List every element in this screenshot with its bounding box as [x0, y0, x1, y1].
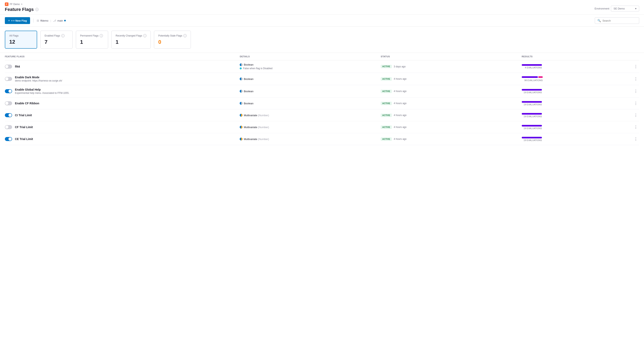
env-selector: Environment SE Demo ▾	[594, 6, 639, 12]
more-menu-ff44[interactable]: ⋮	[632, 64, 639, 70]
status-badge-dark-mode: ACTIVE	[381, 77, 392, 81]
detail-type-label-cf-ribbon: Boolean	[244, 102, 254, 105]
detail-type-label-dark-mode: Boolean	[244, 78, 254, 80]
eval-bar-container-ff44: 4 EVALUATIONS	[522, 64, 542, 69]
branch-name[interactable]: main	[57, 19, 63, 22]
recently-changed-info-icon[interactable]: i	[143, 34, 146, 37]
stat-card-recently-changed[interactable]: Recently Changed Flags i 1	[111, 31, 151, 49]
flag-desc-global-help: Experimental help menu. Associated to FF…	[15, 92, 69, 94]
detail-type-cf-ribbon: Boolean	[240, 102, 381, 105]
status-col-ff44: ACTIVE 3 days ago	[381, 65, 522, 68]
env-value: SE Demo	[614, 7, 625, 10]
flag-name-col-ff44: ff44	[5, 64, 240, 68]
details-col-ci-trial: Multivariate (Number)	[240, 114, 381, 117]
stat-card-all-flags[interactable]: All Flags 12	[5, 31, 37, 49]
more-menu-cf-trial[interactable]: ⋮	[632, 124, 639, 130]
chevron-down-icon: ▾	[635, 7, 636, 10]
toggle-dark-mode[interactable]	[5, 77, 12, 81]
table-row: CE Trial Limit Multivariate (Number) ACT…	[5, 133, 639, 145]
search-box[interactable]: 🔍	[595, 17, 639, 24]
eval-bar-ci-trial	[522, 113, 542, 114]
more-menu-ce-trial[interactable]: ⋮	[632, 136, 639, 142]
results-col-global-help: 19 EVALUATIONS ⋮	[522, 88, 639, 94]
toggle-cf-ribbon[interactable]	[5, 101, 12, 105]
more-menu-dark-mode[interactable]: ⋮	[632, 76, 639, 82]
stat-label-permanent-flags: Permanent Flags i	[80, 34, 104, 37]
detail-type-cf-trial: Multivariate (Number)	[240, 126, 381, 129]
status-time-ce-trial: 4 hours ago	[394, 138, 406, 140]
flag-name-ce-trial[interactable]: CE Trial Limit	[15, 138, 33, 141]
flags-table: FEATURE FLAGS DETAILS STATUS RESULTS ff4…	[0, 53, 644, 145]
potentially-stale-info-icon[interactable]: i	[184, 34, 186, 37]
enabled-flags-info-icon[interactable]: i	[61, 34, 64, 37]
more-menu-global-help[interactable]: ⋮	[632, 88, 639, 94]
status-col-ce-trial: ACTIVE 4 hours ago	[381, 138, 522, 141]
flag-name-ci-trial[interactable]: CI Trial Limit	[15, 114, 32, 117]
status-badge-global-help: ACTIVE	[381, 90, 392, 93]
status-badge-ce-trial: ACTIVE	[381, 138, 392, 141]
status-time-ci-trial: 4 hours ago	[394, 114, 406, 116]
flag-name-ff44[interactable]: ff44	[15, 65, 20, 68]
search-input[interactable]	[602, 19, 636, 22]
stat-value-recently-changed: 1	[116, 39, 146, 45]
new-flag-button[interactable]: + + New Flag	[5, 17, 30, 24]
status-badge-cf-ribbon: ACTIVE	[381, 102, 392, 105]
stat-card-permanent-flags[interactable]: Permanent Flags i 1	[76, 31, 108, 49]
stat-card-potentially-stale[interactable]: Potentially Stale Flags i 0	[154, 31, 191, 49]
stat-label-enabled-flags: Enabled Flags i	[44, 34, 68, 37]
detail-type-label-cf-trial: Multivariate (Number)	[244, 126, 269, 129]
detail-type-label-ce-trial: Multivariate (Number)	[244, 138, 269, 141]
status-badge-ff44: ACTIVE	[381, 65, 392, 68]
more-menu-cf-ribbon[interactable]: ⋮	[632, 100, 639, 106]
boolean-icon-4	[240, 102, 242, 105]
col-header-flags: FEATURE FLAGS	[5, 55, 240, 58]
toggle-global-help[interactable]	[5, 89, 12, 93]
stat-card-enabled-flags[interactable]: Enabled Flags i 7	[40, 31, 73, 49]
eval-bar-ce-trial	[522, 137, 542, 138]
flag-name-global-help[interactable]: Enable Global Help	[15, 88, 69, 91]
breadcrumb-separator: >	[21, 3, 22, 6]
eval-bar-global-help	[522, 89, 542, 90]
multivariate-icon-3	[240, 138, 242, 140]
repo-name[interactable]: ffdemo	[40, 19, 48, 22]
flag-name-col-dark-mode: Enable Dark Mode demo endpoint: https://…	[5, 76, 240, 82]
page-title-info-icon[interactable]: i	[35, 8, 38, 11]
branch-icon: ⎇	[53, 19, 56, 22]
flag-name-cf-ribbon[interactable]: Enable CF Ribbon	[15, 102, 39, 105]
eval-count-ci-trial: 19 EVALUATIONS	[522, 115, 542, 118]
stat-label-potentially-stale: Potentially Stale Flags i	[158, 34, 186, 37]
toolbar-divider-2: |	[50, 19, 51, 22]
toggle-cf-trial[interactable]	[5, 125, 12, 129]
eval-bar-container-ce-trial: 19 EVALUATIONS	[522, 137, 542, 142]
detail-type-ce-trial: Multivariate (Number)	[240, 138, 381, 141]
flag-name-col-cf-trial: CF Trial Limit	[5, 125, 240, 129]
details-col-cf-trial: Multivariate (Number)	[240, 126, 381, 129]
eval-bar-cf-trial	[522, 125, 542, 126]
toggle-ff44[interactable]	[5, 64, 12, 68]
detail-type-label-global-help: Boolean	[244, 90, 254, 93]
boolean-icon-2	[240, 78, 242, 80]
details-col-ce-trial: Multivariate (Number)	[240, 138, 381, 141]
page-title: Feature Flags i	[5, 7, 38, 14]
boolean-icon-3	[240, 90, 242, 92]
detail-type-label-ci-trial: Multivariate (Number)	[244, 114, 269, 117]
breadcrumb-app[interactable]: FF Demo	[10, 3, 20, 6]
more-menu-ci-trial[interactable]: ⋮	[632, 112, 639, 118]
col-header-status: STATUS	[381, 55, 522, 58]
results-col-ce-trial: 19 EVALUATIONS ⋮	[522, 136, 639, 142]
toggle-ci-trial[interactable]	[5, 113, 12, 117]
status-time-global-help: 4 hours ago	[394, 90, 406, 92]
stat-value-permanent-flags: 1	[80, 39, 104, 45]
eval-bar-purple-dark-mode	[522, 76, 538, 78]
detail-sub-label-ff44: False when flag is Disabled	[243, 67, 272, 70]
eval-bar-cf-ribbon	[522, 101, 542, 103]
flag-name-cf-trial[interactable]: CF Trial Limit	[15, 126, 33, 129]
permanent-flags-info-icon[interactable]: i	[100, 34, 103, 37]
new-flag-label: + + New Flag	[11, 19, 27, 22]
flag-name-dark-mode[interactable]: Enable Dark Mode	[15, 76, 62, 79]
env-dropdown[interactable]: SE Demo ▾	[611, 6, 639, 12]
toggle-ce-trial[interactable]	[5, 137, 12, 141]
eval-count-global-help: 19 EVALUATIONS	[522, 91, 542, 94]
eval-bar-container-cf-ribbon: 19 EVALUATIONS	[522, 101, 542, 106]
status-time-ff44: 3 days ago	[394, 65, 406, 68]
